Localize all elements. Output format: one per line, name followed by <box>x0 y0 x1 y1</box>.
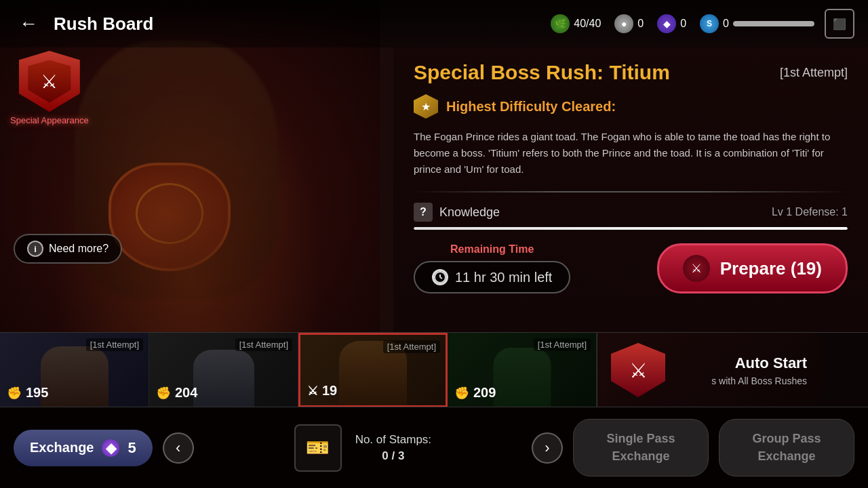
power-icon-0: ✊ <box>7 386 22 401</box>
exchange-button[interactable]: Exchange ◆ 5 <box>14 430 153 466</box>
char-power-2: ⚔ 19 <box>307 383 337 399</box>
difficulty-icon: ★ <box>414 94 438 119</box>
special-appearance-badge: ⚔ Special Appearance <box>10 51 89 125</box>
attempt-badge: [1st Attempt] <box>780 66 848 80</box>
shield-inner: ⚔ <box>26 58 73 105</box>
group-pass-exchange-button[interactable]: Group PassExchange <box>719 419 854 476</box>
gem-resource: ◆ 0 <box>657 14 686 33</box>
need-more-label: Need more? <box>49 243 108 255</box>
divider <box>414 191 848 192</box>
boss-title: Special Boss Rush: Titium <box>414 61 670 84</box>
special-appearance-label: Special Appearance <box>10 115 89 125</box>
crystal-bar-fill <box>733 21 814 26</box>
logout-icon: ⬛ <box>833 18 846 30</box>
bottom-bar: Exchange ◆ 5 ‹ 🎫 No. of Stamps: 0 / 3 › … <box>0 407 868 488</box>
character-card-3[interactable]: [1st Attempt] ✊ 209 <box>448 333 597 407</box>
time-pill: 11 hr 30 min left <box>414 261 570 293</box>
header: ← Rush Board 🌿 40/40 ● 0 ◆ 0 S 0 ⬛ <box>0 0 868 47</box>
back-arrow-icon: ← <box>19 13 38 35</box>
logout-button[interactable]: ⬛ <box>825 9 854 39</box>
energy-icon: 🌿 <box>551 14 570 33</box>
char-power-1: ✊ 204 <box>156 385 197 401</box>
svg-line-2 <box>440 277 442 279</box>
silver-icon: ● <box>614 14 633 33</box>
boss-description: The Fogan Prince rides a giant toad. The… <box>414 129 848 178</box>
nav-left-button[interactable]: ‹ <box>163 432 194 464</box>
gem-value: 0 <box>680 18 686 30</box>
boss-title-row: Special Boss Rush: Titium [1st Attempt] <box>414 61 848 84</box>
cards-strip: [1st Attempt] ✊ 195 [1st Attempt] ✊ 204 … <box>0 332 868 407</box>
char-attempt-0: [1st Attempt] <box>86 338 143 351</box>
clock-icon <box>432 269 448 285</box>
char-power-0: ✊ 195 <box>7 385 48 401</box>
header-resources: 🌿 40/40 ● 0 ◆ 0 S 0 <box>551 14 814 33</box>
stamp-icon-symbol: 🎫 <box>306 436 330 459</box>
stamp-info: No. of Stamps: 0 / 3 <box>355 433 431 463</box>
difficulty-row: ★ Highest Difficulty Cleared: <box>414 94 848 119</box>
exchange-count: 5 <box>127 439 136 457</box>
remaining-label: Remaining Time <box>450 243 534 256</box>
auto-start-card: ⚔ Auto Start s with All Boss Rushes <box>597 333 821 407</box>
stamp-section: 🎫 No. of Stamps: 0 / 3 <box>204 424 521 472</box>
character-card-0[interactable]: [1st Attempt] ✊ 195 <box>0 333 149 407</box>
char-attempt-1: [1st Attempt] <box>235 338 292 351</box>
page-title: Rush Board <box>54 14 153 35</box>
info-icon: i <box>27 241 43 257</box>
prepare-icon: ⚔ <box>683 255 710 282</box>
power-icon-3: ✊ <box>454 386 469 401</box>
knowledge-left: ? Knowledge <box>414 203 500 222</box>
shield-badge: ⚔ <box>19 51 80 112</box>
power-icon-2: ⚔ <box>307 384 318 399</box>
character-card-1[interactable]: [1st Attempt] ✊ 204 <box>149 333 298 407</box>
crystal-resource: S 0 <box>700 14 814 33</box>
shield-pattern <box>136 183 203 244</box>
auto-start-title: Auto Start <box>711 354 807 372</box>
char-power-value-0: 195 <box>26 385 48 401</box>
shield-decoration <box>108 163 231 271</box>
auto-start-shield-icon: ⚔ <box>611 343 665 397</box>
knowledge-icon: ? <box>414 203 433 222</box>
char-attempt-3: [1st Attempt] <box>534 338 591 351</box>
stamps-label: No. of Stamps: <box>355 433 431 447</box>
back-button[interactable]: ← <box>14 9 43 39</box>
crystal-bar <box>733 21 814 26</box>
right-panel: Special Boss Rush: Titium [1st Attempt] … <box>393 47 868 332</box>
knowledge-bar <box>414 227 848 230</box>
knowledge-label: Knowledge <box>439 205 500 220</box>
prepare-button[interactable]: ⚔ Prepare (19) <box>657 243 848 293</box>
time-prepare-row: Remaining Time 11 hr 30 min left ⚔ Prepa… <box>414 243 848 293</box>
silver-value: 0 <box>637 18 644 30</box>
stamps-value: 0 / 3 <box>355 449 431 463</box>
shield-icon: ⚔ <box>41 70 58 93</box>
char-power-value-3: 209 <box>473 385 496 401</box>
nav-right-button[interactable]: › <box>532 432 563 464</box>
power-icon-1: ✊ <box>156 386 171 401</box>
energy-resource: 🌿 40/40 <box>551 14 601 33</box>
auto-start-content: Auto Start s with All Boss Rushes <box>711 354 807 386</box>
time-display: 11 hr 30 min left <box>455 270 552 285</box>
nav-left-icon: ‹ <box>176 439 180 457</box>
exchange-label: Exchange <box>30 440 94 455</box>
char-power-3: ✊ 209 <box>454 385 496 401</box>
group-pass-label: Group PassExchange <box>738 430 835 464</box>
difficulty-label: Highest Difficulty Cleared: <box>446 99 616 115</box>
stamp-icon: 🎫 <box>294 424 342 472</box>
silver-resource: ● 0 <box>614 14 644 33</box>
single-pass-exchange-button[interactable]: Single PassExchange <box>573 419 709 476</box>
knowledge-row: ? Knowledge Lv 1 Defense: 1 <box>414 203 848 222</box>
character-card-2[interactable]: [1st Attempt] ⚔ 19 <box>298 333 448 407</box>
energy-value: 40/40 <box>574 18 601 30</box>
char-attempt-2: [1st Attempt] <box>383 340 440 353</box>
knowledge-stats: Lv 1 Defense: 1 <box>772 206 848 218</box>
char-power-value-1: 204 <box>175 385 197 401</box>
exchange-gem-icon: ◆ <box>102 439 119 457</box>
crystal-value: 0 <box>723 18 729 30</box>
need-more-button[interactable]: i Need more? <box>14 234 122 264</box>
auto-start-subtitle: s with All Boss Rushes <box>711 375 807 386</box>
boss-artwork <box>0 0 380 332</box>
char-power-value-2: 19 <box>322 383 337 399</box>
nav-right-icon: › <box>545 439 549 457</box>
remaining-section: Remaining Time 11 hr 30 min left <box>414 243 570 293</box>
knowledge-bar-fill <box>414 227 848 230</box>
single-pass-label: Single PassExchange <box>593 430 689 464</box>
